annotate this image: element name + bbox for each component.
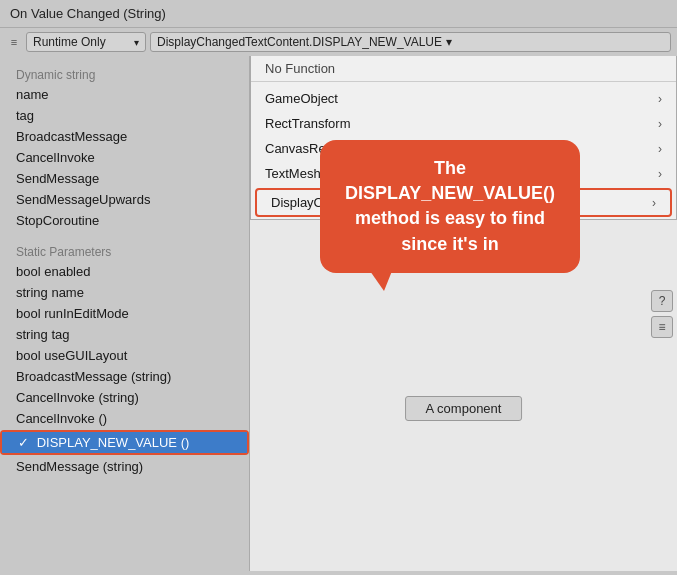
display-new-value-item[interactable]: ✓ DISPLAY_NEW_VALUE (): [2, 432, 247, 453]
checkmark-icon: ✓: [18, 435, 29, 450]
recttransform-label: RectTransform: [265, 116, 350, 131]
list-item[interactable]: bool enabled: [0, 261, 249, 282]
add-component-button[interactable]: A component: [405, 396, 523, 421]
section1-label: Dynamic string: [0, 64, 249, 84]
list-item[interactable]: SendMessage: [0, 168, 249, 189]
list-item[interactable]: bool useGUILayout: [0, 345, 249, 366]
right-column: No Function GameObject › RectTransform ›…: [250, 56, 677, 571]
main-content: Dynamic string name tag BroadcastMessage…: [0, 56, 677, 571]
list-item[interactable]: SendMessageUpwards: [0, 189, 249, 210]
selected-item-container: ✓ DISPLAY_NEW_VALUE (): [0, 430, 249, 455]
list-item[interactable]: tag: [0, 105, 249, 126]
no-function-item[interactable]: No Function: [251, 56, 676, 82]
function-dropdown[interactable]: DisplayChangedTextContent.DISPLAY_NEW_VA…: [150, 32, 671, 52]
chevron-right-icon: ›: [652, 196, 656, 210]
section2-label: Static Parameters: [0, 241, 249, 261]
dropdown-row: ≡ Runtime Only ▾ DisplayChangedTextConte…: [0, 28, 677, 56]
list-item[interactable]: string tag: [0, 324, 249, 345]
runtime-dropdown-value: Runtime Only: [33, 35, 106, 49]
list-item[interactable]: name: [0, 84, 249, 105]
tooltip-bubble: The DISPLAY_NEW_VALUE() method is easy t…: [320, 140, 580, 273]
runtime-dropdown[interactable]: Runtime Only ▾: [26, 32, 146, 52]
list-item[interactable]: CancelInvoke (string): [0, 387, 249, 408]
no-function-label: No Function: [265, 61, 335, 76]
gameobject-label: GameObject: [265, 91, 338, 106]
event-title-bar: On Value Changed (String): [0, 0, 677, 28]
chevron-right-icon: ›: [658, 167, 662, 181]
dropdown2-arrow: ▾: [446, 35, 452, 49]
list-item[interactable]: SendMessage (string): [0, 456, 249, 477]
list-item[interactable]: BroadcastMessage: [0, 126, 249, 147]
chevron-right-icon: ›: [658, 142, 662, 156]
menu-icon-button[interactable]: ≡: [651, 316, 673, 338]
gameobject-item[interactable]: GameObject ›: [251, 86, 676, 111]
event-title: On Value Changed (String): [10, 6, 166, 21]
left-column: Dynamic string name tag BroadcastMessage…: [0, 56, 250, 571]
list-item[interactable]: bool runInEditMode: [0, 303, 249, 324]
list-item[interactable]: BroadcastMessage (string): [0, 366, 249, 387]
list-item[interactable]: CancelInvoke: [0, 147, 249, 168]
help-icon-button[interactable]: ?: [651, 290, 673, 312]
hamburger-icon: ≡: [6, 34, 22, 50]
function-dropdown-value: DisplayChangedTextContent.DISPLAY_NEW_VA…: [157, 35, 442, 49]
tooltip-text: The DISPLAY_NEW_VALUE() method is easy t…: [345, 158, 555, 254]
list-item[interactable]: string name: [0, 282, 249, 303]
right-icons-container: ? ≡: [651, 290, 673, 338]
recttransform-item[interactable]: RectTransform ›: [251, 111, 676, 136]
main-panel: On Value Changed (String) ≡ Runtime Only…: [0, 0, 677, 575]
dropdown1-arrow: ▾: [134, 37, 139, 48]
chevron-right-icon: ›: [658, 92, 662, 106]
list-item[interactable]: StopCoroutine: [0, 210, 249, 231]
chevron-right-icon: ›: [658, 117, 662, 131]
list-item[interactable]: CancelInvoke (): [0, 408, 249, 429]
